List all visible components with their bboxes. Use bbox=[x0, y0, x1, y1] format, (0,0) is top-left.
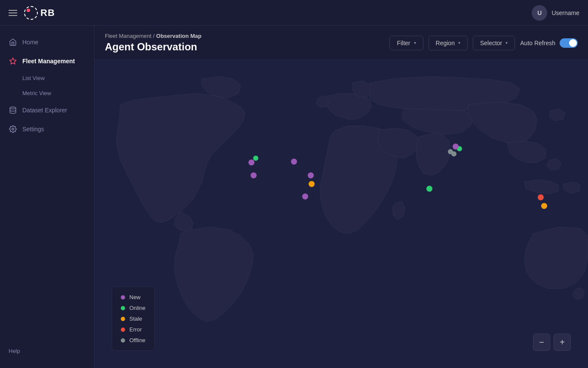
svg-point-1 bbox=[10, 107, 16, 109]
username-label: Username bbox=[551, 9, 579, 16]
sidebar: Home Fleet Management List View Metric V… bbox=[0, 26, 95, 368]
svg-point-8 bbox=[308, 173, 314, 179]
svg-marker-0 bbox=[10, 58, 16, 64]
svg-point-6 bbox=[291, 159, 297, 165]
auto-refresh-label: Auto Refresh bbox=[520, 40, 555, 46]
filter-dropdown[interactable]: Filter ▾ bbox=[389, 36, 423, 50]
hamburger-menu[interactable] bbox=[9, 10, 17, 16]
legend-label-offline: Offline bbox=[129, 337, 145, 343]
zoom-controls: − + bbox=[533, 334, 571, 351]
auto-refresh-area: Auto Refresh bbox=[520, 38, 578, 48]
legend-label-stale: Stale bbox=[129, 315, 142, 322]
user-area: U Username bbox=[532, 5, 579, 21]
legend-item-stale: Stale bbox=[121, 315, 146, 322]
sidebar-item-label-dataset: Dataset Explorer bbox=[22, 107, 67, 114]
legend-label-error: Error bbox=[129, 326, 142, 333]
dataset-icon bbox=[9, 106, 17, 114]
logo-text: RB bbox=[40, 7, 55, 19]
legend-dot-offline bbox=[121, 338, 125, 343]
header-controls: Filter ▾ Region ▾ Selector ▾ Auto Refres… bbox=[389, 36, 578, 50]
chevron-down-icon: ▾ bbox=[505, 40, 508, 45]
svg-point-2 bbox=[12, 128, 14, 130]
svg-point-15 bbox=[426, 186, 432, 192]
sidebar-item-label-fleet: Fleet Management bbox=[22, 58, 75, 65]
legend-item-new: New bbox=[121, 294, 146, 300]
sidebar-sub-item-list-view[interactable]: List View bbox=[0, 71, 94, 86]
logo-circle bbox=[24, 6, 38, 20]
page-header: Fleet Management / Observation Map Agent… bbox=[95, 26, 588, 60]
page-header-left: Fleet Management / Observation Map Agent… bbox=[105, 33, 202, 53]
svg-point-10 bbox=[302, 193, 309, 200]
sidebar-item-label-home: Home bbox=[22, 39, 38, 46]
svg-point-14 bbox=[448, 149, 453, 155]
sidebar-sub-item-metric-view[interactable]: Metric View bbox=[0, 86, 94, 101]
svg-point-4 bbox=[248, 160, 254, 166]
top-navigation: RB U Username bbox=[0, 0, 588, 26]
world-map-svg bbox=[95, 60, 588, 368]
logo-dot bbox=[27, 9, 30, 12]
map-legend: New Online Stale Error Offline bbox=[112, 287, 155, 351]
legend-item-offline: Offline bbox=[121, 337, 146, 343]
app-logo: RB bbox=[24, 6, 55, 20]
settings-icon bbox=[9, 125, 17, 133]
chevron-down-icon: ▾ bbox=[458, 40, 460, 45]
legend-dot-online bbox=[121, 306, 125, 310]
auto-refresh-toggle[interactable] bbox=[560, 38, 578, 48]
svg-point-9 bbox=[309, 181, 315, 187]
help-link[interactable]: Help bbox=[0, 341, 94, 361]
legend-dot-error bbox=[121, 328, 125, 332]
avatar: U bbox=[532, 5, 547, 21]
page-title: Agent Observation bbox=[105, 41, 202, 53]
sidebar-item-label-settings: Settings bbox=[22, 126, 44, 133]
legend-item-error: Error bbox=[121, 326, 146, 333]
sidebar-item-dataset-explorer[interactable]: Dataset Explorer bbox=[0, 101, 94, 120]
svg-point-7 bbox=[251, 173, 257, 179]
svg-point-17 bbox=[541, 203, 547, 209]
svg-point-12 bbox=[453, 144, 459, 150]
sidebar-item-home[interactable]: Home bbox=[0, 33, 94, 52]
legend-dot-stale bbox=[121, 317, 125, 321]
selector-dropdown[interactable]: Selector ▾ bbox=[473, 36, 515, 50]
legend-label-online: Online bbox=[129, 305, 146, 311]
fleet-icon bbox=[9, 57, 17, 65]
map-container[interactable]: New Online Stale Error Offline bbox=[95, 60, 588, 368]
home-icon bbox=[9, 38, 17, 46]
zoom-in-button[interactable]: + bbox=[554, 334, 571, 351]
legend-dot-new bbox=[121, 295, 125, 300]
content-area: Fleet Management / Observation Map Agent… bbox=[95, 26, 588, 368]
legend-label-new: New bbox=[129, 294, 141, 300]
toggle-knob bbox=[569, 39, 577, 47]
main-layout: Home Fleet Management List View Metric V… bbox=[0, 26, 588, 368]
svg-point-5 bbox=[253, 156, 258, 161]
sidebar-item-settings[interactable]: Settings bbox=[0, 120, 94, 139]
region-dropdown[interactable]: Region ▾ bbox=[429, 36, 468, 50]
zoom-out-button[interactable]: − bbox=[533, 334, 550, 351]
chevron-down-icon: ▾ bbox=[414, 40, 416, 45]
breadcrumb: Fleet Management / Observation Map bbox=[105, 33, 202, 39]
legend-item-online: Online bbox=[121, 305, 146, 311]
sidebar-item-fleet-management[interactable]: Fleet Management bbox=[0, 52, 94, 71]
svg-point-16 bbox=[538, 195, 544, 201]
topnav-left: RB bbox=[9, 6, 55, 20]
